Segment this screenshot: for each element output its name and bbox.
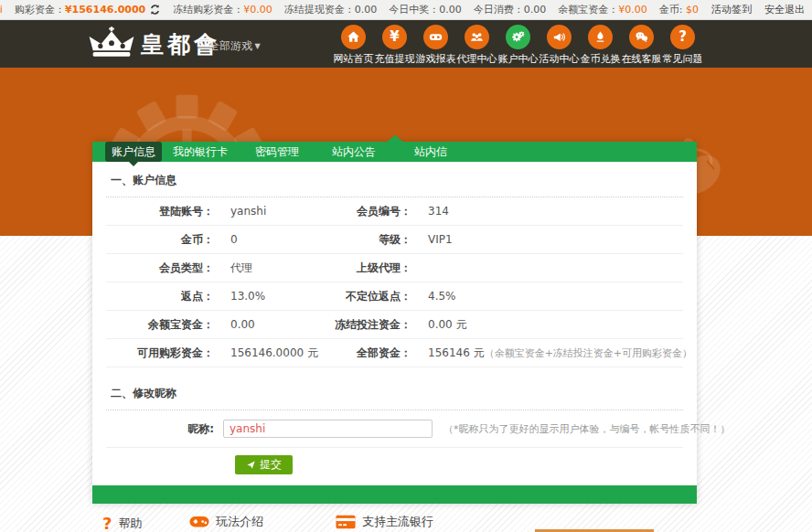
stat-frozen-withdraw: 冻结提现资金：0.00 xyxy=(284,3,378,16)
signin-link[interactable]: 活动签到 xyxy=(711,3,752,16)
tabbar: 账户信息 我的银行卡 密码管理 站内公告 站内信 xyxy=(92,142,697,162)
nav-item-recharge[interactable]: ¥ 充值提现 xyxy=(374,25,415,66)
gamepad-icon xyxy=(423,25,448,49)
logout-link[interactable]: 安全退出 xyxy=(764,3,805,16)
tab-password[interactable]: 密码管理 xyxy=(239,144,315,160)
yen-icon: ¥ xyxy=(382,25,407,49)
info-row: 可用购彩资金： 156146.0000 元 全部资金： 156146 元（余额宝… xyxy=(106,339,683,367)
nav-item-agent-center[interactable]: 代理中心 xyxy=(456,25,497,66)
info-row: 返点： 13.0% 不定位返点： 4.5% xyxy=(106,282,683,311)
topbar: 您好，yanshi 购彩资金：¥156146.0000 冻结购彩资金：¥0.00… xyxy=(0,0,812,20)
gears-icon xyxy=(506,25,530,49)
card-bottom-bar xyxy=(92,485,697,504)
question-icon: ? xyxy=(102,514,112,532)
nav-item-activity-center[interactable]: 活动中心 xyxy=(539,25,580,66)
home-icon xyxy=(341,25,366,49)
info-row: 余额宝资金： 0.00 冻结投注资金： 0.00 元 xyxy=(106,311,683,339)
info-row: 会员类型： 代理 上级代理： xyxy=(106,254,683,282)
chevron-down-icon: ▼ xyxy=(252,42,261,50)
send-icon xyxy=(246,460,256,470)
brand-logo[interactable]: 皇都會 xyxy=(88,27,220,61)
footer-gameplay-link[interactable]: 玩法介绍 xyxy=(189,514,263,530)
tab-bank-cards[interactable]: 我的银行卡 xyxy=(162,144,239,160)
info-row: 登陆账号： yanshi 会员编号： 314 xyxy=(106,197,683,226)
greeting: 您好，yanshi xyxy=(0,3,3,16)
info-row: 金币： 0 等级： VIP1 xyxy=(106,226,683,254)
nav-item-gold-exchange[interactable]: 金币兑换 xyxy=(580,25,621,66)
stat-today-spend: 今日消费：0.00 xyxy=(474,3,547,16)
flame-coin-icon xyxy=(588,25,613,49)
bank-card-icon xyxy=(336,515,356,529)
submit-button[interactable]: 提交 xyxy=(235,455,293,474)
stat-gold: 金币: $0 xyxy=(659,3,699,16)
tab-account-info[interactable]: 账户信息 xyxy=(105,142,162,162)
nav-item-home[interactable]: 网站首页 xyxy=(333,25,374,66)
gamepad-icon xyxy=(189,515,209,529)
purchase-funds: 购彩资金：¥156146.0000 xyxy=(15,3,145,16)
total-funds-note: （余额宝资金+冻结投注资金+可用购彩资金） xyxy=(485,347,692,359)
nav-item-faq[interactable]: ? 常见问题 xyxy=(662,25,703,66)
stat-frozen-purchase: 冻结购彩资金：¥0.00 xyxy=(173,3,272,16)
chat-icon xyxy=(629,25,654,49)
question-icon: ? xyxy=(670,25,695,49)
tab-messages[interactable]: 站内信 xyxy=(392,144,469,160)
tab-announcements[interactable]: 站内公告 xyxy=(315,144,392,160)
nav-item-game-reports[interactable]: 游戏报表 xyxy=(415,25,456,66)
navbar: 皇都會 全部游戏 ▼ 网站首页 ¥ 充值提现 游戏报表 代理中心 xyxy=(0,20,812,68)
stat-today-win: 今日中奖：0.00 xyxy=(389,3,462,16)
nickname-row: 昵称: （*昵称只为了更好的显示用户体验，与编号，帐号性质不同！） xyxy=(106,410,683,447)
footer-banks-link[interactable]: 支持主流银行 xyxy=(336,514,433,530)
nav-item-online-service[interactable]: 在线客服 xyxy=(621,25,662,66)
stat-yuebao: 余额宝资金：¥0.00 xyxy=(558,3,647,16)
all-games-dropdown[interactable]: 全部游戏 ▼ xyxy=(208,38,261,54)
nav-items: 网站首页 ¥ 充值提现 游戏报表 代理中心 账户中心 xyxy=(333,25,703,66)
section-title-account: 一、账户信息 xyxy=(106,162,683,197)
card-body: 一、账户信息 登陆账号： yanshi 会员编号： 314 金币： 0 等级： … xyxy=(92,162,697,485)
refresh-icon[interactable] xyxy=(149,4,161,16)
nav-item-account-center[interactable]: 账户中心 xyxy=(497,25,539,66)
nickname-label: 昵称: xyxy=(106,421,223,437)
users-icon xyxy=(465,25,489,49)
megaphone-icon xyxy=(547,25,572,49)
username: yanshi xyxy=(0,4,3,16)
account-info-card: 账户信息 我的银行卡 密码管理 站内公告 站内信 一、账户信息 登陆账号： ya… xyxy=(92,142,697,504)
section-title-nickname: 二、修改昵称 xyxy=(106,375,683,410)
nickname-note: （*昵称只为了更好的显示用户体验，与编号，帐号性质不同！） xyxy=(443,422,731,436)
nickname-input[interactable] xyxy=(223,420,433,438)
footer-help-link[interactable]: ? 帮助 xyxy=(102,514,142,532)
submit-row: 提交 xyxy=(106,447,683,485)
crown-icon xyxy=(88,27,135,61)
